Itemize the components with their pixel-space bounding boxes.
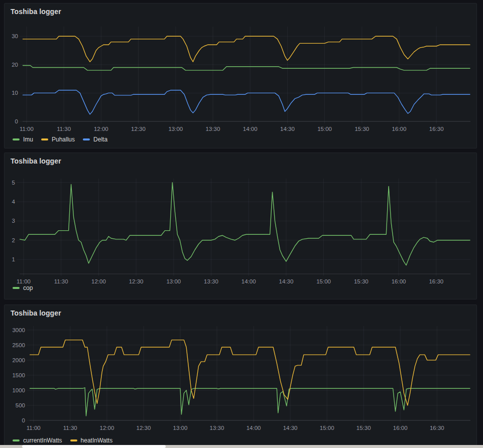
svg-text:0: 0	[22, 417, 25, 423]
svg-text:16:30: 16:30	[429, 126, 444, 132]
legend-item-Puhallus[interactable]: Puhallus	[41, 136, 75, 143]
svg-text:12:00: 12:00	[94, 126, 108, 132]
svg-text:14:00: 14:00	[247, 425, 261, 431]
svg-text:11:30: 11:30	[57, 126, 71, 132]
panel-title[interactable]: Toshiba logger	[11, 157, 61, 165]
svg-text:20: 20	[12, 62, 18, 68]
legend-series-label: heatInWatts	[81, 437, 113, 444]
legend-series-swatch	[70, 439, 77, 441]
legend-series-label: Puhallus	[52, 136, 75, 143]
legend-series-label: Imu	[23, 136, 33, 143]
svg-text:13:00: 13:00	[166, 278, 181, 284]
svg-text:30: 30	[12, 33, 18, 39]
svg-text:3000: 3000	[12, 327, 25, 333]
svg-text:15:00: 15:00	[317, 126, 332, 132]
panel-title[interactable]: Toshiba logger	[11, 309, 61, 317]
svg-text:12:30: 12:30	[137, 425, 151, 431]
svg-text:11:30: 11:30	[54, 278, 68, 284]
time-series-chart-cop[interactable]: 1234511:0011:3012:0012:3013:0013:3014:00…	[5, 153, 476, 299]
svg-text:15:30: 15:30	[354, 278, 369, 284]
svg-text:13:30: 13:30	[206, 126, 220, 132]
svg-text:16:00: 16:00	[393, 425, 408, 431]
svg-text:16:00: 16:00	[392, 126, 407, 132]
svg-text:13:00: 13:00	[168, 126, 183, 132]
panel-toshiba-logger-1: 010203011:0011:3012:0012:3013:0013:3014:…	[4, 3, 477, 148]
svg-text:2: 2	[12, 237, 15, 243]
panel-toshiba-logger-3: 05001000150020002500300011:0011:3012:001…	[4, 305, 477, 448]
legend-series-swatch	[13, 287, 20, 289]
svg-text:13:30: 13:30	[204, 278, 218, 284]
svg-text:14:30: 14:30	[280, 126, 295, 132]
legend: ImuPuhallusDelta	[13, 136, 107, 143]
legend: currentInWattsheatInWatts	[13, 437, 112, 444]
svg-text:2500: 2500	[12, 342, 25, 348]
svg-text:12:00: 12:00	[100, 425, 114, 431]
svg-text:3: 3	[12, 218, 15, 224]
svg-text:15:00: 15:00	[320, 425, 334, 431]
svg-text:500: 500	[16, 402, 25, 408]
svg-text:12:00: 12:00	[91, 278, 106, 284]
scrollbar-thumb[interactable]	[22, 445, 166, 448]
svg-text:16:00: 16:00	[392, 278, 406, 284]
legend-series-swatch	[13, 439, 20, 441]
svg-text:16:30: 16:30	[429, 278, 443, 284]
svg-text:5: 5	[12, 180, 15, 186]
svg-text:11:00: 11:00	[17, 278, 31, 284]
svg-text:13:00: 13:00	[173, 425, 188, 431]
legend-item-cop[interactable]: cop	[13, 284, 33, 291]
legend-series-label: cop	[23, 284, 33, 291]
svg-text:1500: 1500	[12, 372, 25, 378]
legend-item-heatInWatts[interactable]: heatInWatts	[70, 437, 113, 444]
time-series-chart-watts[interactable]: 05001000150020002500300011:0011:3012:001…	[5, 305, 476, 448]
svg-text:15:30: 15:30	[354, 126, 369, 132]
svg-text:15:00: 15:00	[316, 278, 331, 284]
svg-text:14:00: 14:00	[243, 126, 258, 132]
svg-text:1000: 1000	[12, 387, 25, 393]
svg-text:16:30: 16:30	[430, 425, 444, 431]
legend-series-label: currentInWatts	[23, 437, 62, 444]
svg-text:14:00: 14:00	[241, 278, 256, 284]
legend-series-swatch	[83, 138, 90, 140]
svg-text:0: 0	[15, 118, 18, 124]
svg-text:1: 1	[12, 256, 15, 262]
legend-item-Delta[interactable]: Delta	[83, 136, 107, 143]
svg-text:2000: 2000	[12, 357, 25, 363]
legend-item-Imu[interactable]: Imu	[13, 136, 33, 143]
svg-text:15:30: 15:30	[356, 425, 371, 431]
legend: cop	[13, 284, 33, 291]
svg-text:12:30: 12:30	[131, 126, 146, 132]
svg-text:11:30: 11:30	[63, 425, 77, 431]
legend-series-swatch	[13, 138, 20, 140]
panel-title[interactable]: Toshiba logger	[11, 8, 61, 16]
legend-series-swatch	[41, 138, 48, 140]
svg-text:12:30: 12:30	[129, 278, 144, 284]
panel-toshiba-logger-2: 1234511:0011:3012:0012:3013:0013:3014:00…	[4, 153, 477, 300]
svg-text:10: 10	[12, 90, 18, 96]
legend-series-label: Delta	[93, 136, 107, 143]
svg-text:11:00: 11:00	[27, 425, 41, 431]
svg-text:4: 4	[12, 199, 16, 205]
time-series-chart-temperatures[interactable]: 010203011:0011:3012:0012:3013:0013:3014:…	[5, 4, 476, 148]
horizontal-scrollbar[interactable]	[0, 445, 483, 448]
svg-text:13:30: 13:30	[210, 425, 224, 431]
legend-item-currentInWatts[interactable]: currentInWatts	[13, 437, 62, 444]
svg-text:11:00: 11:00	[20, 126, 34, 132]
svg-text:14:30: 14:30	[279, 278, 294, 284]
svg-text:14:30: 14:30	[283, 425, 298, 431]
